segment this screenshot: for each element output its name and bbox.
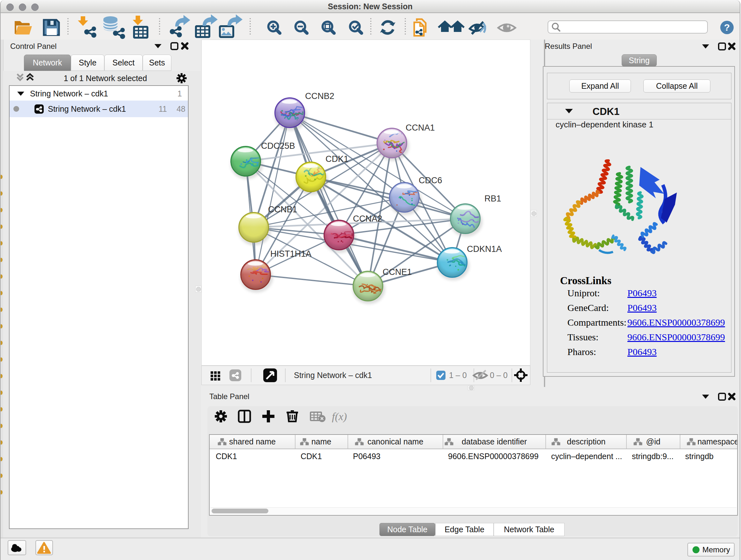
svg-text:CDC25B: CDC25B: [261, 141, 295, 151]
svg-text:@id: @id: [646, 437, 661, 446]
svg-text:?: ?: [724, 22, 730, 33]
svg-text:shared name: shared name: [229, 437, 276, 446]
svg-text:CDK1: CDK1: [326, 154, 348, 164]
svg-text:CDKN1A: CDKN1A: [467, 244, 502, 254]
svg-text:f(x): f(x): [332, 411, 347, 423]
svg-text:CCNA1: CCNA1: [406, 123, 435, 132]
svg-text:String Network – cdk1: String Network – cdk1: [30, 89, 108, 98]
svg-text:name: name: [312, 437, 332, 446]
svg-text:HIST1H1A: HIST1H1A: [270, 249, 312, 259]
svg-text:11: 11: [158, 105, 167, 113]
svg-text:canonical name: canonical name: [367, 437, 423, 446]
svg-text:1 of 1 Network selected: 1 of 1 Network selected: [64, 74, 147, 83]
svg-text:CDC6: CDC6: [419, 176, 442, 185]
svg-text:CCNB2: CCNB2: [305, 91, 334, 101]
svg-text:1: 1: [178, 89, 182, 98]
svg-text:CCNE1: CCNE1: [383, 267, 412, 277]
svg-text:String Network – cdk1: String Network – cdk1: [294, 371, 372, 380]
svg-text:CCNA2: CCNA2: [353, 214, 382, 224]
svg-text:database identifier: database identifier: [462, 437, 527, 446]
svg-text:description: description: [567, 437, 606, 446]
svg-text:1 – 0: 1 – 0: [449, 371, 467, 380]
svg-text:CCNB1: CCNB1: [268, 205, 297, 214]
svg-text:0 – 0: 0 – 0: [490, 371, 508, 380]
svg-text:String Network – cdk1: String Network – cdk1: [48, 105, 126, 113]
svg-text:RB1: RB1: [484, 194, 501, 203]
svg-text:Memory: Memory: [702, 545, 730, 554]
svg-text:namespace: namespace: [697, 437, 737, 446]
svg-text:48: 48: [177, 105, 185, 113]
svg-text:CDK1: CDK1: [593, 106, 619, 117]
